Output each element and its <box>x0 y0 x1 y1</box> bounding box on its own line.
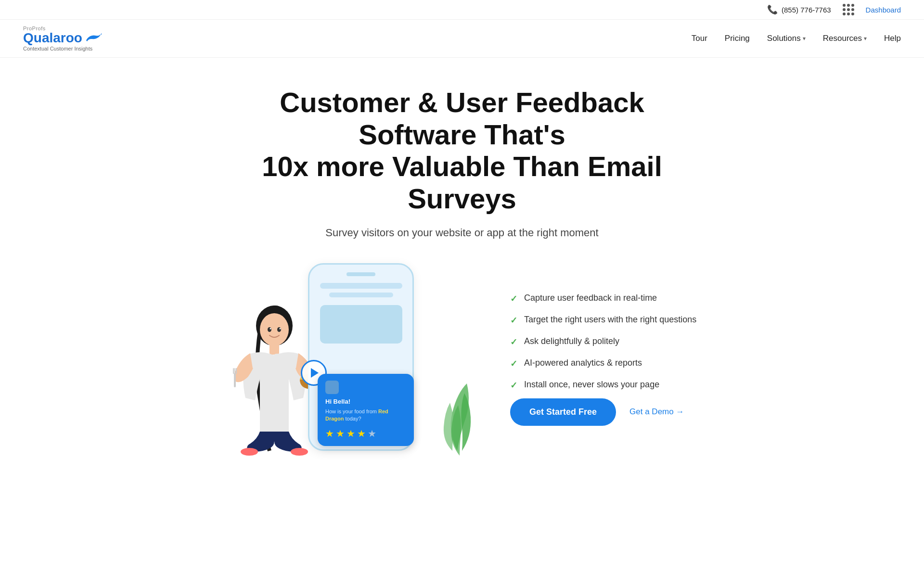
feature-item: ✓ Ask delightfully & politely <box>510 336 703 347</box>
star-2: ★ <box>336 428 345 439</box>
svg-rect-5 <box>233 368 234 374</box>
apps-grid-icon[interactable] <box>843 4 854 15</box>
survey-question: How is your food from Red Dragon today? <box>325 408 406 423</box>
feature-text-1: Capture user feedback in real-time <box>524 293 657 303</box>
svg-rect-4 <box>234 373 236 387</box>
nav-item-resources[interactable]: Resources ▾ <box>823 34 867 43</box>
logo-main: Qualaroo <box>23 31 102 45</box>
check-icon-5: ✓ <box>510 380 517 391</box>
nav-item-solutions[interactable]: Solutions ▾ <box>767 34 806 43</box>
site-header: ProProfs Qualaroo Contextual Customer In… <box>0 20 924 58</box>
nav-item-tour[interactable]: Tour <box>692 34 707 43</box>
phone-info: 📞 (855) 776-7763 <box>767 4 831 15</box>
star-1: ★ <box>325 428 334 439</box>
solutions-chevron: ▾ <box>803 35 806 42</box>
hero-subtitle: Survey visitors on your website or app a… <box>23 227 901 239</box>
survey-card: Hi Bella! How is your food from Red Drag… <box>318 374 414 446</box>
play-triangle-icon <box>311 368 319 378</box>
phone-illustration: Hi Bella! How is your food from Red Drag… <box>221 258 472 460</box>
hero-section: Customer & User Feedback Software That's… <box>0 58 924 239</box>
svg-point-9 <box>291 448 308 456</box>
star-5: ★ <box>368 428 376 439</box>
cta-row: Get Started Free Get a Demo → <box>510 398 703 426</box>
get-demo-button[interactable]: Get a Demo → <box>629 407 684 417</box>
phone-notch <box>346 272 375 276</box>
svg-point-1 <box>260 313 289 346</box>
main-content: Hi Bella! How is your food from Red Drag… <box>0 239 924 480</box>
feature-item: ✓ Target the right users with the right … <box>510 315 703 326</box>
star-4: ★ <box>357 428 366 439</box>
star-3: ★ <box>346 428 355 439</box>
feature-item: ✓ Install once, never slows your page <box>510 380 703 391</box>
phone-screen-block <box>320 305 402 344</box>
leaves-decoration <box>433 364 481 460</box>
logo-tagline: Contextual Customer Insights <box>23 46 102 51</box>
svg-rect-7 <box>236 368 237 374</box>
check-icon-3: ✓ <box>510 337 517 347</box>
svg-point-10 <box>268 327 271 332</box>
survey-avatar <box>325 381 339 394</box>
logo-text: Qualaroo <box>23 31 82 45</box>
phone-line1 <box>320 283 402 289</box>
feature-text-3: Ask delightfully & politely <box>524 336 619 346</box>
svg-rect-6 <box>234 368 235 374</box>
main-nav: Tour Pricing Solutions ▾ Resources ▾ Hel… <box>692 34 901 43</box>
logo-area: ProProfs Qualaroo Contextual Customer In… <box>23 26 102 51</box>
feature-text-5: Install once, never slows your page <box>524 380 659 390</box>
feature-text-4: AI-powered analytics & reports <box>524 358 642 368</box>
svg-point-11 <box>277 327 281 332</box>
get-started-button[interactable]: Get Started Free <box>510 398 616 426</box>
nav-item-help[interactable]: Help <box>884 34 901 43</box>
survey-stars: ★ ★ ★ ★ ★ <box>325 428 406 439</box>
feature-item: ✓ Capture user feedback in real-time <box>510 293 703 304</box>
features-cta-area: ✓ Capture user feedback in real-time ✓ T… <box>510 293 703 426</box>
logo-bird-icon <box>85 33 102 43</box>
check-icon-4: ✓ <box>510 358 517 369</box>
nav-item-pricing[interactable]: Pricing <box>725 34 750 43</box>
svg-point-13 <box>280 328 281 329</box>
svg-rect-2 <box>270 344 279 355</box>
check-icon-1: ✓ <box>510 293 517 304</box>
feature-text-2: Target the right users with the right qu… <box>524 315 696 325</box>
feature-item: ✓ AI-powered analytics & reports <box>510 358 703 369</box>
hero-title: Customer & User Feedback Software That's… <box>245 87 679 215</box>
phone-icon: 📞 <box>767 4 778 15</box>
dashboard-link[interactable]: Dashboard <box>866 6 901 14</box>
top-bar: 📞 (855) 776-7763 Dashboard <box>0 0 924 20</box>
svg-point-8 <box>241 448 258 456</box>
phone-number: (855) 776-7763 <box>782 6 831 14</box>
survey-greeting: Hi Bella! <box>325 398 406 405</box>
phone-line2 <box>329 293 393 297</box>
resources-chevron: ▾ <box>864 35 867 42</box>
svg-point-12 <box>270 328 271 329</box>
check-icon-2: ✓ <box>510 315 517 326</box>
features-list: ✓ Capture user feedback in real-time ✓ T… <box>510 293 703 391</box>
